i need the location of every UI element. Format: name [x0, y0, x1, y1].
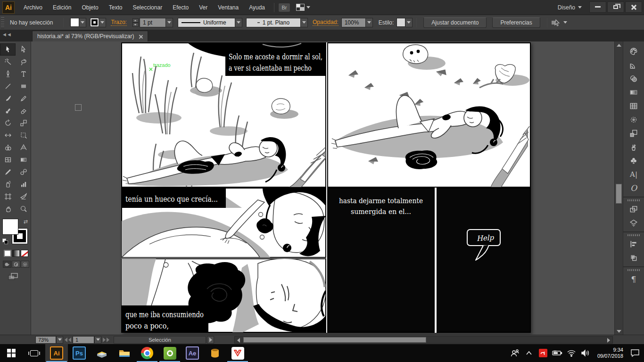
previous-artboard-button[interactable] — [68, 337, 71, 342]
panel-group-grip[interactable] — [627, 234, 640, 236]
last-artboard-button[interactable] — [107, 337, 109, 342]
close-button[interactable] — [625, 1, 642, 13]
canvas[interactable]: Solo me acoste a dormir al sol, a ver si… — [31, 41, 614, 335]
layers-panel-icon[interactable] — [625, 216, 642, 230]
draw-inside-mode[interactable] — [21, 261, 29, 268]
bridge-button[interactable]: Br — [278, 3, 290, 12]
menu-texto[interactable]: Texto — [104, 0, 128, 15]
task-view-button[interactable] — [23, 344, 45, 362]
menu-objeto[interactable]: Objeto — [76, 0, 103, 15]
restore-button[interactable] — [607, 1, 624, 13]
stroke-color-dropdown[interactable] — [99, 18, 106, 27]
fill-color-swatch[interactable] — [70, 18, 79, 27]
menu-ayuda[interactable]: Ayuda — [244, 0, 270, 15]
first-artboard-button[interactable] — [65, 337, 67, 342]
fit-document-button[interactable]: Ajustar documento — [423, 17, 487, 28]
stroke-color-swatch[interactable] — [90, 18, 99, 27]
tool-eraser[interactable] — [16, 105, 31, 117]
horizontal-scrollbar[interactable] — [234, 336, 613, 344]
taskbar-camtasia[interactable] — [158, 344, 181, 362]
transparency-panel-icon[interactable] — [625, 72, 642, 85]
taskbar-red-shield-app[interactable] — [226, 344, 249, 362]
stray-object[interactable] — [75, 104, 82, 111]
menu-efecto[interactable]: Efecto — [167, 0, 194, 15]
scroll-up-button[interactable] — [615, 41, 623, 49]
brushes-panel-icon[interactable] — [625, 140, 642, 154]
symbols-panel-icon[interactable] — [625, 154, 642, 167]
fill-swatch[interactable] — [2, 219, 18, 235]
tool-magic-wand[interactable] — [0, 56, 16, 68]
tool-type[interactable] — [16, 68, 31, 80]
stroke-width-field[interactable]: 1 pt — [140, 18, 166, 27]
width-profile-dropdown[interactable] — [235, 18, 242, 27]
taskbar-illustrator[interactable]: Ai — [45, 344, 68, 362]
tool-direct-selection[interactable] — [16, 43, 31, 56]
artboards-panel-icon[interactable] — [625, 202, 642, 216]
artboard-dropdown[interactable] — [94, 336, 101, 344]
color-panel-icon[interactable] — [625, 44, 642, 58]
swap-fill-stroke-icon[interactable]: ⇄ — [24, 219, 28, 225]
zoom-level-dropdown[interactable] — [56, 336, 63, 344]
taskbar-after-effects[interactable]: Ae — [181, 344, 204, 362]
start-button[interactable] — [0, 344, 23, 362]
color-guide-panel-icon[interactable] — [625, 58, 642, 72]
menu-ver[interactable]: Ver — [194, 0, 213, 15]
style-swatch[interactable] — [396, 18, 405, 27]
status-menu-button[interactable] — [207, 336, 214, 344]
stepper-down[interactable] — [132, 23, 139, 27]
gradient-button[interactable] — [12, 250, 20, 257]
taskbar-clock[interactable]: 9:34 09/07/2018 — [594, 347, 627, 359]
width-profile-select[interactable]: Uniforme — [178, 18, 235, 27]
workspace-switcher[interactable]: Diseño — [551, 4, 588, 11]
tool-mesh[interactable] — [0, 154, 16, 166]
show-hidden-icons-chevron[interactable] — [523, 346, 535, 360]
color-button[interactable] — [4, 250, 11, 257]
tool-hand[interactable] — [0, 203, 16, 215]
scroll-left-button[interactable] — [235, 337, 242, 343]
vertical-scroll-thumb[interactable] — [616, 184, 622, 204]
paragraph-panel-icon[interactable]: ¶ — [625, 272, 642, 286]
taskbar-file-explorer[interactable] — [113, 344, 136, 362]
volume-icon[interactable] — [579, 346, 592, 360]
next-artboard-button[interactable] — [103, 337, 106, 342]
align-panel-icon[interactable] — [625, 237, 642, 251]
preferences-button[interactable]: Preferencias — [492, 17, 540, 28]
tool-slice[interactable] — [16, 190, 31, 203]
swatches-panel-icon[interactable] — [625, 99, 642, 113]
tool-rectangle[interactable] — [16, 80, 31, 92]
fill-color-dropdown[interactable] — [79, 18, 86, 27]
tool-lasso[interactable] — [16, 56, 31, 68]
zoom-level-field[interactable]: 73% — [35, 336, 56, 344]
menu-ventana[interactable]: Ventana — [213, 0, 244, 15]
appearance-panel-icon[interactable] — [625, 113, 642, 126]
scroll-right-button[interactable] — [605, 337, 612, 343]
panel-group-grip[interactable] — [627, 269, 640, 271]
pathfinder-panel-icon[interactable] — [625, 251, 642, 264]
taskbar-yellow-jar-app[interactable] — [204, 344, 226, 362]
tool-blob-brush[interactable] — [0, 105, 16, 117]
opentype-panel-icon[interactable]: O — [625, 181, 642, 195]
stroke-width-dropdown[interactable] — [166, 18, 173, 27]
menu-seleccionar[interactable]: Seleccionar — [127, 0, 167, 15]
artboard-number-field[interactable]: 1 — [73, 336, 94, 344]
tool-pencil[interactable] — [16, 92, 31, 105]
draw-behind-mode[interactable] — [12, 261, 20, 268]
stroke-link[interactable]: Trazo: — [111, 19, 127, 26]
none-button[interactable] — [21, 250, 28, 257]
opacity-link[interactable]: Opacidad: — [313, 19, 339, 26]
opacity-dropdown[interactable] — [366, 18, 373, 27]
tool-pen[interactable] — [0, 68, 16, 80]
tool-scale[interactable] — [16, 117, 31, 129]
wifi-icon[interactable] — [565, 346, 578, 360]
menu-edicion[interactable]: Edición — [48, 0, 76, 15]
panel-group-grip[interactable] — [627, 199, 640, 201]
minimize-button[interactable] — [589, 1, 606, 13]
artboard[interactable]: Solo me acoste a dormir al sol, a ver si… — [121, 42, 531, 333]
tool-paintbrush[interactable] — [0, 92, 16, 105]
status-display[interactable]: Selección — [114, 336, 206, 344]
opacity-field[interactable]: 100% — [341, 18, 366, 27]
tool-perspective-grid[interactable] — [16, 141, 31, 154]
avira-tray-icon[interactable] — [537, 346, 549, 360]
vertical-scrollbar[interactable] — [614, 41, 623, 335]
draw-normal-mode[interactable] — [3, 261, 11, 268]
